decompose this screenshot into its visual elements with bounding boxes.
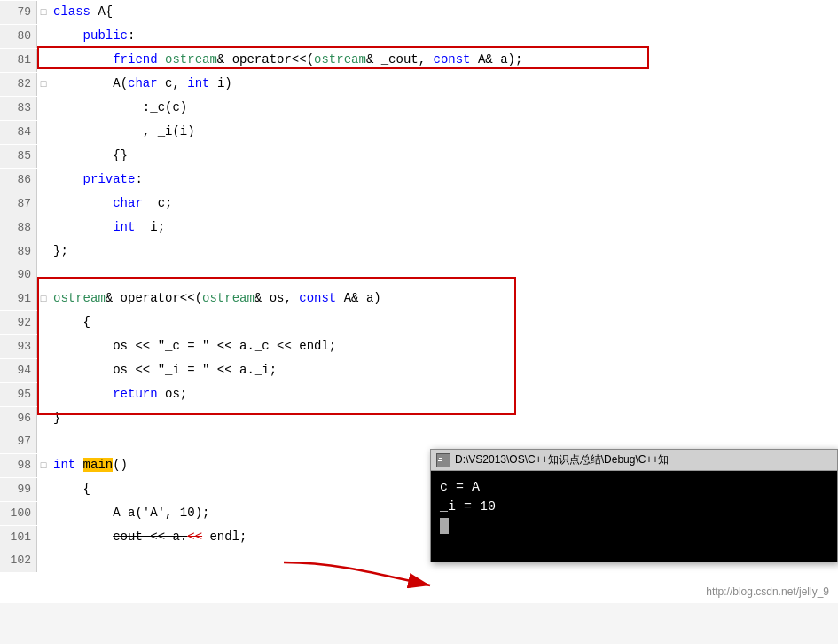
token: & _cout, [366,52,434,67]
token: { [83,482,90,496]
token: & a); [485,52,522,67]
line-number: 81 [0,49,37,72]
console-title-text: D:\VS2013\OS\C++知识点总结\Debug\C++知 [455,452,669,467]
token: A [98,4,105,19]
token: & os, [255,291,299,305]
collapse-icon[interactable]: □ [37,454,50,477]
code-line: 90 [0,263,838,287]
token: const [299,291,343,305]
code-content: :_c(c) [50,96,187,119]
token: A [113,76,120,90]
code-line: 92 { [0,310,838,334]
console-line-2: _i = 10 [440,498,828,517]
code-content: , _i(i) [50,120,195,143]
token: c, [165,76,187,90]
line-number: 89 [0,240,37,263]
code-content: int main() [50,453,128,476]
line-number: 96 [0,407,37,430]
code-content: int _i; [50,216,165,239]
code-content: class A{ [50,0,113,23]
token: return [113,387,165,401]
line-number: 84 [0,121,37,144]
line-number: 94 [0,359,37,382]
token: () [113,458,128,472]
token: & operator<<( [106,291,202,305]
token: char [128,76,165,90]
code-line: 93 os << "_c = " << a._c << endl; [0,334,838,358]
code-line: 81 friend ostream& operator<<(ostream& _… [0,48,838,72]
token: _c; [150,196,172,210]
line-number: 82 [0,73,37,96]
code-line: 89}; [0,240,838,263]
code-content: ostream& operator<<(ostream& os, const A… [50,287,381,310]
token: os; [165,387,187,401]
console-titlebar: D:\VS2013\OS\C++知识点总结\Debug\C++知 [431,450,837,471]
token: ostream [165,52,217,67]
console-cursor [440,518,449,534]
code-line: 85 {} [0,144,838,168]
token: { [106,4,113,19]
token: const [434,52,478,67]
collapse-icon[interactable]: □ [37,1,50,24]
console-app-icon [436,453,450,467]
code-content: {} [50,144,128,167]
code-content: private: [50,168,143,191]
code-line: 83 :_c(c) [0,96,838,120]
token: _i; [143,220,165,234]
token: << [187,530,202,544]
token: , _i(i) [143,124,195,138]
token: char [113,196,150,210]
line-number: 90 [0,263,37,287]
code-content: char _c; [50,192,172,215]
token: & operator<<( [217,52,314,67]
line-number: 85 [0,145,37,168]
token: }; [53,244,68,258]
token: cout << a. [113,530,187,544]
token: :_c(c) [143,100,187,114]
code-line: 96} [0,406,838,430]
svg-rect-3 [439,458,442,459]
code-area: 79□class A{80 public:81 friend ostream& … [0,0,838,603]
console-body: c = A _i = 10 [431,471,837,562]
token: int [187,76,217,90]
code-content: os << "_i = " << a._i; [50,358,277,381]
token: A [344,291,351,305]
code-line: 94 os << "_i = " << a._i; [0,358,838,382]
token: A a('A', 10); [113,506,209,520]
code-line: 80 public: [0,24,838,48]
code-line: 95 return os; [0,382,838,406]
code-line: 87 char _c; [0,192,838,216]
token: int [53,458,83,472]
token: private [83,172,136,186]
collapse-icon[interactable]: □ [37,287,50,310]
console-line-3 [440,517,828,537]
code-line: 86 private: [0,168,838,192]
line-number: 88 [0,216,37,240]
line-number: 101 [0,526,37,549]
token: } [53,411,60,425]
token: ( [121,76,128,90]
code-content: return os; [50,382,187,405]
console-line-1: c = A [440,478,828,498]
line-number: 83 [0,97,37,120]
code-content: public: [50,24,135,47]
line-number: 102 [0,549,37,572]
line-number: 80 [0,25,37,48]
line-number: 95 [0,383,37,406]
code-content: }; [50,240,68,263]
line-number: 98 [0,454,37,477]
token: : [128,28,135,43]
code-line: 79□class A{ [0,0,838,24]
line-number: 79 [0,1,37,24]
token: main [83,458,114,472]
code-content: } [50,406,60,429]
token: { [83,315,90,329]
code-content: os << "_c = " << a._c << endl; [50,334,336,357]
collapse-icon[interactable]: □ [37,73,50,96]
code-content: { [50,477,90,500]
token: & a) [351,291,381,305]
code-line: 91□ostream& operator<<(ostream& os, cons… [0,287,838,310]
code-content: A a('A', 10); [50,501,209,524]
token: {} [113,148,128,162]
code-line: 82□ A(char c, int i) [0,72,838,96]
